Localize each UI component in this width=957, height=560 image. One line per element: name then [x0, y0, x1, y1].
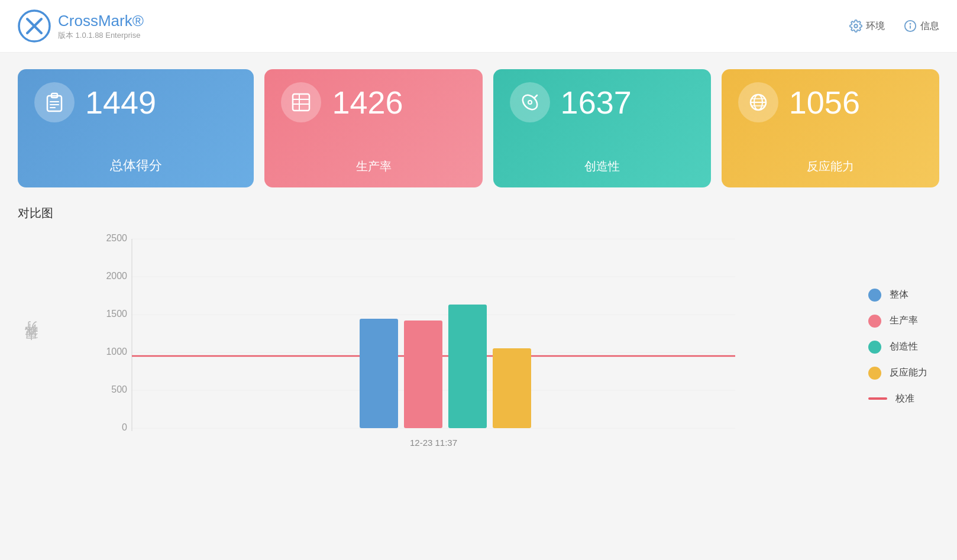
legend-dot-creativity	[868, 341, 881, 354]
bar-chart-svg: 2500 2000 1500 1000 500 0 12-23 11:37	[46, 233, 833, 458]
chart-legend: 整体 生产率 创造性 反应能力 校准	[833, 233, 939, 460]
productivity-card-top: 1426	[281, 82, 465, 122]
chart-section: 对比图 表现评分 2500 2000 15	[0, 199, 957, 478]
bar-responsiveness	[493, 348, 531, 428]
legend-responsiveness: 反应能力	[868, 367, 939, 380]
svg-point-17	[528, 101, 532, 104]
logo-text: CrossMark® 版本 1.0.1.88 Enterprise	[58, 12, 144, 41]
env-button[interactable]: 环境	[849, 20, 885, 33]
creativity-icon-circle	[510, 82, 550, 122]
legend-label-responsiveness: 反应能力	[890, 367, 927, 379]
productivity-icon-circle	[281, 82, 321, 122]
clipboard-icon	[43, 91, 66, 114]
legend-calibration: 校准	[868, 393, 939, 405]
legend-creativity: 创造性	[868, 341, 939, 354]
bar-creativity	[448, 305, 487, 428]
header-actions: 环境 信息	[849, 20, 939, 33]
svg-text:1000: 1000	[106, 347, 127, 357]
legend-label-calibration: 校准	[895, 393, 914, 405]
productivity-score-value: 1426	[332, 86, 403, 118]
responsiveness-score-card: 1056 反应能力	[722, 69, 939, 187]
y-axis-label: 表现评分	[18, 233, 40, 460]
responsiveness-card-top: 1056	[738, 82, 923, 122]
env-label: 环境	[866, 20, 885, 33]
overall-score-card: 1449 总体得分	[18, 69, 254, 187]
bar-productivity	[404, 321, 442, 428]
svg-line-18	[534, 95, 537, 98]
chart-title: 对比图	[18, 205, 939, 221]
crossmark-logo-icon	[18, 9, 51, 43]
header: CrossMark® 版本 1.0.1.88 Enterprise 环境 信息	[0, 0, 957, 53]
logo-area: CrossMark® 版本 1.0.1.88 Enterprise	[18, 9, 849, 43]
svg-text:2000: 2000	[106, 271, 127, 281]
legend-line-calibration	[868, 397, 887, 400]
legend-productivity: 生产率	[868, 315, 939, 328]
app-title: CrossMark®	[58, 12, 144, 30]
overall-score-value: 1449	[85, 86, 156, 118]
info-button[interactable]: 信息	[904, 20, 939, 33]
svg-text:2500: 2500	[106, 233, 127, 243]
svg-point-3	[854, 24, 858, 28]
legend-label-creativity: 创造性	[890, 341, 918, 353]
chart-container: 表现评分 2500 2000 1500	[18, 233, 939, 460]
legend-dot-productivity	[868, 315, 881, 328]
gear-icon	[849, 20, 862, 33]
responsiveness-score-label: 反应能力	[738, 148, 923, 174]
bar-overall	[360, 319, 398, 428]
productivity-score-card: 1426 生产率	[264, 69, 482, 187]
legend-label-productivity: 生产率	[890, 315, 918, 327]
globe-icon	[747, 91, 770, 114]
svg-text:1500: 1500	[106, 309, 127, 319]
legend-label-overall: 整体	[890, 289, 908, 301]
responsiveness-score-value: 1056	[789, 86, 860, 118]
svg-text:0: 0	[122, 422, 127, 432]
creativity-score-label: 创造性	[510, 148, 694, 174]
legend-dot-overall	[868, 289, 881, 302]
overall-icon-circle	[34, 82, 75, 122]
productivity-score-label: 生产率	[281, 148, 465, 174]
svg-text:12-23 11:37: 12-23 11:37	[410, 438, 457, 448]
score-cards-section: 1449 总体得分 1426 生产率	[0, 53, 957, 199]
app-version: 版本 1.0.1.88 Enterprise	[58, 30, 144, 41]
legend-overall: 整体	[868, 289, 939, 302]
svg-rect-12	[293, 94, 309, 111]
table-icon	[290, 91, 312, 114]
svg-text:500: 500	[111, 384, 127, 394]
legend-dot-responsiveness	[868, 367, 881, 380]
creativity-score-card: 1637 创造性	[493, 69, 711, 187]
creativity-card-top: 1637	[510, 82, 694, 122]
info-icon	[904, 20, 917, 33]
overall-card-top: 1449	[34, 82, 237, 122]
chart-inner: 2500 2000 1500 1000 500 0 12-23 11:37	[40, 233, 833, 460]
pen-icon	[519, 91, 541, 114]
responsiveness-icon-circle	[738, 82, 778, 122]
info-label: 信息	[920, 20, 939, 33]
overall-score-label: 总体得分	[34, 146, 237, 174]
creativity-score-value: 1637	[561, 86, 632, 118]
